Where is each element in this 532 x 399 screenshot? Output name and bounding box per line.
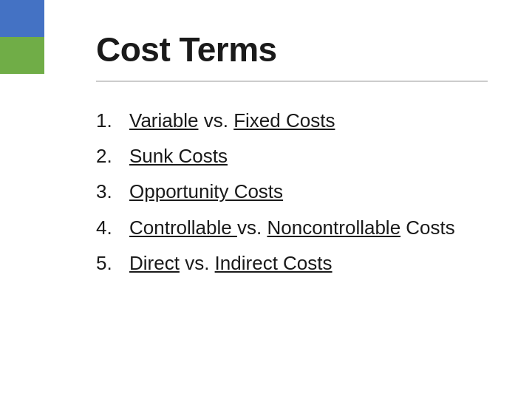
list-item: 2. Sunk Costs <box>96 140 488 172</box>
cost-terms-list: 1. Variable vs. Fixed Costs 2. Sunk Cost… <box>96 104 488 279</box>
list-item: 1. Variable vs. Fixed Costs <box>96 104 488 137</box>
list-number: 1. <box>96 104 129 137</box>
term-direct: Direct <box>129 252 180 274</box>
list-item: 5. Direct vs. Indirect Costs <box>96 247 488 279</box>
list-item: 4. Controllable vs. Noncontrollable Cost… <box>96 211 488 244</box>
list-text: Sunk Costs <box>129 140 228 172</box>
term-opportunity-costs: Opportunity Costs <box>129 180 283 202</box>
term-noncontrollable: Noncontrollable <box>267 211 400 244</box>
slide-content: 1. Variable vs. Fixed Costs 2. Sunk Cost… <box>96 104 488 279</box>
logo-bottom <box>0 37 44 74</box>
list-text: Variable vs. Fixed Costs <box>129 104 335 137</box>
slide-header: Cost Terms <box>96 30 488 82</box>
list-number: 3. <box>96 175 129 208</box>
list-text: Direct vs. Indirect Costs <box>129 247 332 279</box>
term-sunk-costs: Sunk Costs <box>129 145 228 167</box>
term-vs4: vs. <box>237 211 267 244</box>
logo-top <box>0 0 44 37</box>
list-text: Opportunity Costs <box>129 175 283 208</box>
term-costs4: Costs <box>400 211 455 244</box>
term-vs5: vs. <box>185 252 214 274</box>
list-text: Controllable vs. Noncontrollable Costs <box>129 211 455 244</box>
slide: Cost Terms 1. Variable vs. Fixed Costs 2… <box>0 0 532 399</box>
list-number: 5. <box>96 247 129 279</box>
slide-title: Cost Terms <box>96 30 488 69</box>
logo-block <box>0 0 44 74</box>
term-variable: Variable <box>129 109 198 132</box>
term-controllable: Controllable <box>129 211 237 244</box>
term-vs1: vs. <box>204 109 233 132</box>
list-number: 4. <box>96 211 129 244</box>
list-item: 3. Opportunity Costs <box>96 175 488 208</box>
term-indirect-costs: Indirect Costs <box>215 252 332 274</box>
list-number: 2. <box>96 140 129 172</box>
term-fixed-costs: Fixed Costs <box>233 109 335 132</box>
